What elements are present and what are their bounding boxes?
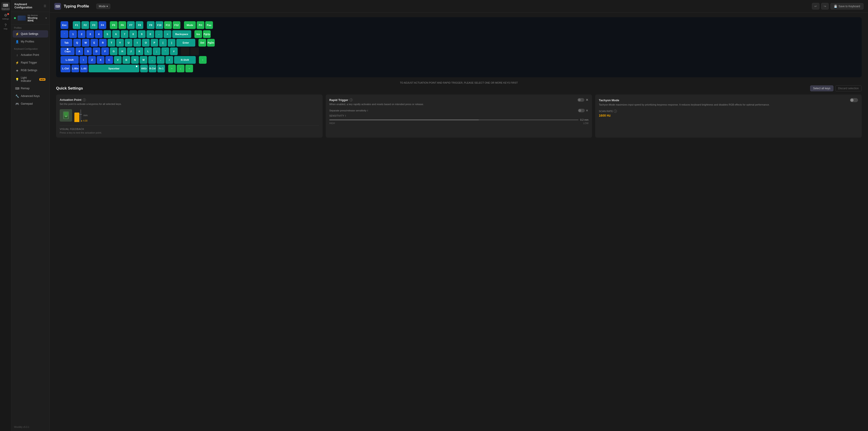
key-f11[interactable]: F11 [164,21,172,29]
key-m[interactable]: M [140,56,147,64]
sidebar-item-remap[interactable]: ⌨ Remap [13,85,48,92]
sidebar-item-rgb-settings[interactable]: ◈ RGB Settings [13,67,48,74]
device-selector[interactable]: My devices Wooting 80HE ▾ [11,12,50,24]
rapid-trigger-toggle[interactable] [578,98,584,102]
select-all-button[interactable]: Select all keys [810,86,833,91]
discard-selection-button[interactable]: Discard selection [835,86,862,91]
key-9[interactable]: 9 [138,30,146,38]
key-e[interactable]: E [90,39,98,47]
key-pau[interactable]: Pau [205,21,213,29]
sidebar-item-advanced-keys[interactable]: 🔧 Advanced Keys [13,92,48,100]
actuation-info-icon[interactable]: i [83,98,86,101]
key-k[interactable]: K [135,48,143,55]
key-comma[interactable]: , [148,56,156,64]
mode-button[interactable]: Mode ▾ [96,4,110,9]
key-b[interactable]: B [123,56,130,64]
key-z[interactable]: Z [88,56,96,64]
save-button[interactable]: 💾 Save to Keyboard [831,3,864,9]
key-equals[interactable]: = [164,30,171,38]
key-altgr[interactable]: AltGr [140,65,148,72]
key-left[interactable]: ← [168,65,176,72]
key-up[interactable]: ↑ [199,56,207,64]
key-minus[interactable]: - [155,30,163,38]
redo-button[interactable]: ↪ [821,3,829,9]
key-f12[interactable]: F12 [173,21,180,29]
key-4[interactable]: 4 [95,30,103,38]
key-lwin[interactable]: L-Win [71,65,79,72]
key-n[interactable]: N [131,56,139,64]
key-w[interactable]: W [82,39,90,47]
sidebar-item-my-profiles[interactable]: 👤 My Profiles [13,38,48,45]
key-spacebar[interactable]: Spacebar [89,65,139,72]
sidebar-item-actuation-point[interactable]: ↕ Actuation Point [13,51,48,59]
key-right[interactable]: → [185,65,193,72]
sensitivity-info-icon[interactable]: i [345,115,346,117]
sidebar-item-light-indicator[interactable]: 💡 Light Indicator NEW [13,74,48,84]
nav-keyboard[interactable]: ⌨ Keyboard [1,2,10,11]
key-backslash[interactable]: \ [80,56,87,64]
key-f8[interactable]: F8 [135,21,143,29]
key-x[interactable]: X [97,56,104,64]
key-c[interactable]: C [105,56,113,64]
key-down[interactable]: ↓ [177,65,184,72]
nav-help[interactable]: ? Help [1,22,10,31]
sidebar-item-rapid-trigger[interactable]: ⚡ Rapid Trigger [13,59,48,66]
key-f4[interactable]: F4 [98,21,106,29]
key-g[interactable]: G [110,48,118,55]
key-del[interactable]: Del [198,39,206,47]
key-t[interactable]: T [107,39,115,47]
key-ins[interactable]: Ins [194,30,202,38]
key-d[interactable]: D [93,48,100,55]
key-fn1[interactable]: Fn 1 [157,65,165,72]
key-lctrl[interactable]: L-Ctrl [61,65,70,72]
key-lalt[interactable]: L-Alt [80,65,88,72]
key-3[interactable]: 3 [86,30,94,38]
key-f[interactable]: F [101,48,109,55]
key-hash[interactable]: # [170,48,178,55]
tachyon-toggle[interactable] [850,98,858,102]
key-pgup[interactable]: PgUp [203,30,211,38]
key-rshift[interactable]: R-Shift [174,56,196,64]
key-q[interactable]: Q [73,39,81,47]
key-a[interactable]: A [75,48,83,55]
key-s[interactable]: S [84,48,92,55]
key-f1[interactable]: F1 [73,21,81,29]
key-mode[interactable]: Mode [184,21,196,29]
key-l[interactable]: L [144,48,152,55]
key-v[interactable]: V [114,56,122,64]
nav-settings[interactable]: ⚙ Settings [1,12,10,21]
key-quote[interactable]: ' [161,48,169,55]
key-f6[interactable]: F6 [119,21,126,29]
key-f5[interactable]: F5 [110,21,118,29]
key-j[interactable]: J [127,48,135,55]
key-caps[interactable]: Caps [61,48,74,55]
key-6[interactable]: 6 [112,30,120,38]
key-o[interactable]: O [142,39,150,47]
key-slash[interactable]: / [165,56,173,64]
key-7[interactable]: 7 [121,30,128,38]
key-f3[interactable]: F3 [90,21,98,29]
key-f9[interactable]: F9 [147,21,155,29]
scan-rate-info-icon[interactable]: i [614,110,617,113]
key-prt[interactable]: Prt [197,21,204,29]
key-pgdn[interactable]: PgDn [207,39,215,47]
key-1[interactable]: 1 [69,30,77,38]
sensitivity-slider[interactable] [329,120,579,120]
key-rbracket[interactable]: ] [168,39,176,47]
key-backspace[interactable]: Backspace [172,30,191,38]
key-lbracket[interactable]: [ [159,39,167,47]
key-lshift[interactable]: L-Shift [61,56,79,64]
key-backtick[interactable]: ` [61,30,68,38]
sidebar-menu-icon[interactable]: ☰ [43,4,46,8]
key-y[interactable]: Y [116,39,124,47]
sidebar-item-gamepad[interactable]: 🎮 Gamepad [13,100,48,107]
key-r[interactable]: R [99,39,107,47]
separate-info-icon[interactable]: i [367,109,368,112]
key-f7[interactable]: F7 [127,21,135,29]
key-0[interactable]: 0 [147,30,154,38]
sidebar-item-quick-settings[interactable]: ⚡ Quick Settings [13,30,48,37]
key-semicolon[interactable]: ; [153,48,160,55]
key-h[interactable]: H [119,48,126,55]
key-u[interactable]: U [125,39,132,47]
undo-button[interactable]: ↩ [812,3,819,9]
